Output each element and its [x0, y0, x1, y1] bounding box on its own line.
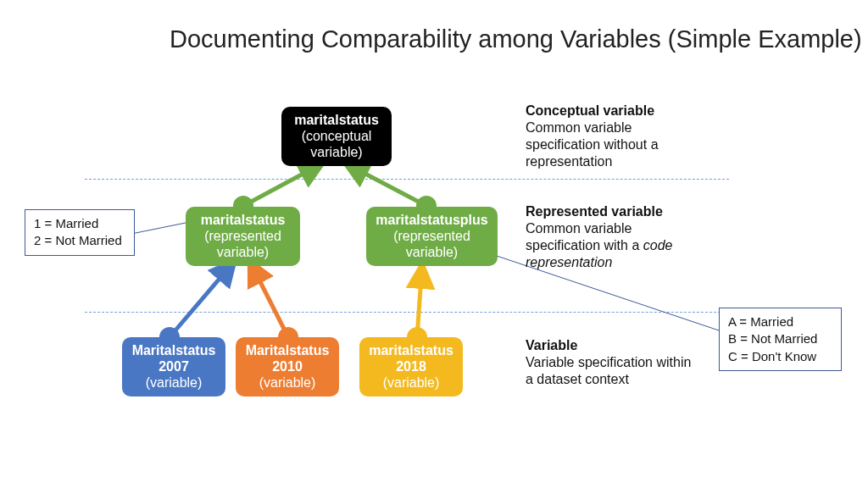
- svg-line-8: [417, 265, 422, 337]
- node-var2-type: (variable): [259, 375, 316, 390]
- desc-variable: Variable Variable specification within a…: [526, 337, 695, 388]
- node-var3-type: (variable): [383, 375, 440, 390]
- desc-variable-heading: Variable: [526, 337, 695, 354]
- svg-line-4: [243, 164, 322, 206]
- node-represented-2: maritalstatusplus (represented variable): [366, 207, 498, 266]
- node-var1-name: Maritalstatus 2007: [131, 342, 217, 374]
- code-right-2: B = Not Married: [728, 330, 832, 347]
- divider-top: [85, 179, 729, 180]
- node-rep2-type: (represented variable): [393, 229, 470, 259]
- desc-represented: Represented variable Common variable spe…: [526, 203, 704, 271]
- svg-line-5: [346, 164, 426, 206]
- desc-conceptual-body: Common variable specification without a …: [526, 120, 659, 169]
- code-right-3: C = Don't Know: [728, 348, 832, 365]
- desc-variable-body: Variable specification within a dataset …: [526, 355, 691, 386]
- svg-line-6: [170, 262, 234, 337]
- node-rep1-name: maritalstatus: [194, 212, 292, 228]
- node-variable-2018: maritalstatus 2018 (variable): [359, 337, 463, 396]
- node-rep2-name: maritalstatusplus: [375, 212, 489, 228]
- desc-represented-heading: Represented variable: [526, 203, 704, 220]
- node-conceptual: maritalstatus (conceptual variable): [281, 107, 392, 166]
- codes-left: 1 = Married 2 = Not Married: [25, 209, 135, 256]
- node-var2-name: Maritalstatus 2010: [244, 342, 331, 374]
- node-conceptual-type: (conceptual variable): [302, 129, 372, 159]
- page-title: Documenting Comparability among Variable…: [170, 24, 862, 54]
- divider-bottom: [85, 312, 729, 313]
- desc-conceptual: Conceptual variable Common variable spec…: [526, 103, 704, 170]
- node-variable-2007: Maritalstatus 2007 (variable): [122, 337, 225, 396]
- svg-line-7: [250, 262, 288, 337]
- svg-line-9: [131, 223, 186, 234]
- desc-conceptual-heading: Conceptual variable: [526, 103, 704, 119]
- code-right-1: A = Married: [728, 313, 832, 330]
- node-var3-name: maritalstatus 2018: [368, 342, 454, 374]
- desc-represented-body-pre: Common variable specification with a: [526, 221, 643, 252]
- node-variable-2010: Maritalstatus 2010 (variable): [236, 337, 339, 396]
- codes-right: A = Married B = Not Married C = Don't Kn…: [719, 308, 842, 371]
- code-left-1: 1 = Married: [34, 215, 125, 232]
- node-conceptual-name: maritalstatus: [290, 112, 383, 128]
- code-left-2: 2 = Not Married: [34, 232, 125, 249]
- node-rep1-type: (represented variable): [204, 229, 281, 259]
- node-represented-1: maritalstatus (represented variable): [186, 207, 300, 266]
- node-var1-type: (variable): [146, 375, 203, 390]
